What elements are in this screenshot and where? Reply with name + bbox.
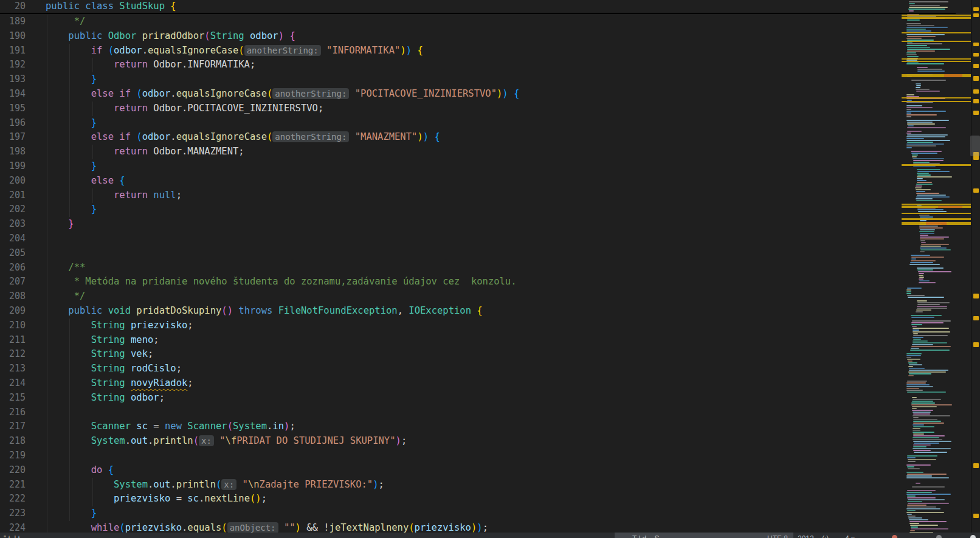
sticky-header-line[interactable]: 20 public class StudSkup { (0, 0, 902, 13)
line-number[interactable]: 220 (0, 463, 26, 478)
warning-stripe-mark[interactable] (973, 43, 979, 46)
line-number[interactable]: 209 (0, 304, 26, 319)
code-line[interactable]: 202 } (0, 202, 902, 217)
warning-stripe-mark[interactable] (973, 13, 979, 17)
warning-stripe-mark[interactable] (973, 342, 979, 347)
code-line[interactable]: 216 (0, 405, 902, 420)
status-bar-item[interactable]: UTF-8 (767, 534, 788, 538)
code-line[interactable]: 219 (0, 449, 902, 463)
code-line[interactable]: 192 return Odbor.INFORMATIKA; (0, 58, 902, 72)
status-notification-icon[interactable] (892, 535, 897, 538)
line-number[interactable]: 194 (0, 87, 26, 102)
warning-stripe-mark[interactable] (973, 53, 979, 57)
line-number[interactable]: 193 (0, 72, 26, 87)
line-number[interactable]: 191 (0, 44, 26, 58)
line-number[interactable]: 201 (0, 188, 26, 203)
warning-stripe-mark[interactable] (973, 76, 979, 81)
line-number[interactable]: 200 (0, 174, 26, 188)
code-line[interactable]: 206 /** (0, 261, 902, 275)
warning-stripe-mark[interactable] (973, 99, 979, 103)
line-number[interactable]: 199 (0, 159, 26, 174)
code-line[interactable]: 195 return Odbor.POCITACOVE_INZINIERSTVO… (0, 102, 902, 116)
code-line[interactable]: 215 String odbor; (0, 391, 902, 405)
code-line[interactable]: 201 return null; (0, 188, 902, 203)
warning-stripe-mark[interactable] (973, 294, 979, 298)
line-number[interactable]: 210 (0, 319, 26, 333)
code-line[interactable]: 222 priezvisko = sc.nextLine(); (0, 492, 902, 506)
minimap[interactable] (902, 0, 971, 538)
line-number[interactable]: 221 (0, 478, 26, 492)
line-number[interactable]: 216 (0, 405, 26, 420)
line-number[interactable]: 207 (0, 275, 26, 289)
line-number[interactable]: 211 (0, 333, 26, 348)
line-number[interactable]: 190 (0, 29, 26, 44)
line-number[interactable]: 208 (0, 289, 26, 304)
code-line[interactable]: 207 * Metóda na pridanie nového študenta… (0, 275, 902, 289)
status-bar-item[interactable]: (;) (822, 534, 829, 538)
code-line[interactable]: 193 } (0, 72, 902, 87)
code-line[interactable]: 210 String priezvisko; (0, 319, 902, 333)
code-line[interactable]: 190 public Odbor priradOdbor(String odbo… (0, 29, 902, 44)
warning-stripe-mark[interactable] (973, 7, 979, 11)
line-number[interactable]: 202 (0, 202, 26, 217)
code-line[interactable]: 200 else { (0, 174, 902, 188)
line-number[interactable]: 222 (0, 492, 26, 506)
code-line[interactable]: 217 Scanner sc = new Scanner(System.in); (0, 419, 902, 434)
line-number[interactable]: 219 (0, 449, 26, 463)
warning-stripe-mark[interactable] (973, 89, 979, 94)
line-number[interactable]: 196 (0, 116, 26, 131)
code-line[interactable]: 203 } (0, 217, 902, 232)
line-number[interactable]: 215 (0, 391, 26, 405)
line-number[interactable]: 197 (0, 130, 26, 145)
code-line[interactable]: 196 } (0, 116, 902, 131)
line-number[interactable]: 217 (0, 419, 26, 434)
code-line[interactable]: 204 (0, 232, 902, 246)
status-bar-item[interactable]: 2012 (798, 534, 814, 538)
line-number[interactable]: 189 (0, 15, 26, 29)
scrollbar-thumb[interactable] (970, 136, 980, 156)
line-number[interactable]: 206 (0, 261, 26, 275)
line-number[interactable]: 198 (0, 145, 26, 159)
warning-stripe-mark[interactable] (973, 514, 979, 518)
code-line[interactable]: 208 */ (0, 289, 902, 304)
code-line[interactable]: 194 else if (odbor.equalsIgnoreCase(anot… (0, 87, 902, 102)
status-left-fragment[interactable]: " t l t (4, 534, 20, 538)
line-number[interactable]: 214 (0, 376, 26, 391)
code-line[interactable]: 211 String meno; (0, 333, 902, 348)
warning-stripe-mark[interactable] (973, 111, 979, 115)
line-number[interactable]: 203 (0, 217, 26, 232)
code-line[interactable]: 223 } (0, 506, 902, 521)
warning-stripe-mark[interactable] (973, 64, 979, 68)
warning-stripe-mark[interactable] (973, 316, 979, 320)
line-number[interactable]: 223 (0, 506, 26, 521)
code-line[interactable]: 213 String rodCislo; (0, 362, 902, 376)
minimap-code-row (907, 25, 934, 26)
code-line[interactable]: 191 if (odbor.equalsIgnoreCase(anotherSt… (0, 44, 902, 58)
code-line[interactable]: 214 String novyRiadok; (0, 376, 902, 391)
line-number[interactable]: 212 (0, 347, 26, 362)
status-bar-item[interactable]: 4 s (845, 534, 855, 538)
minimap-code-row (911, 346, 951, 347)
line-number[interactable]: 205 (0, 246, 26, 261)
line-number[interactable]: 218 (0, 434, 26, 449)
status-gear-icon[interactable] (936, 535, 942, 538)
line-number[interactable]: 213 (0, 362, 26, 376)
line-number[interactable]: 195 (0, 102, 26, 116)
warning-stripe-mark[interactable] (973, 463, 979, 468)
code-line[interactable]: 198 return Odbor.MANAZMENT; (0, 145, 902, 159)
code-line[interactable]: 221 System.out.println(x: "\nZadajte PRI… (0, 478, 902, 492)
warning-stripe-mark[interactable] (973, 188, 979, 193)
line-number[interactable]: 20 (0, 1, 26, 12)
code-line[interactable]: 220 do { (0, 463, 902, 478)
code-line[interactable]: 212 String vek; (0, 347, 902, 362)
status-theme-icon[interactable] (970, 535, 976, 538)
code-line[interactable]: 209 public void pridatDoSkupiny() throws… (0, 304, 902, 319)
line-number[interactable]: 192 (0, 58, 26, 72)
code-line[interactable]: 199 } (0, 159, 902, 174)
code-line[interactable]: 189 */ (0, 15, 902, 29)
code-line[interactable]: 205 (0, 246, 902, 261)
status-center-fragment[interactable]: T l d S (632, 534, 659, 538)
code-line[interactable]: 218 System.out.println(x: "\fPRIDAT DO S… (0, 434, 902, 449)
line-number[interactable]: 204 (0, 232, 26, 246)
code-line[interactable]: 197 else if (odbor.equalsIgnoreCase(anot… (0, 130, 902, 145)
